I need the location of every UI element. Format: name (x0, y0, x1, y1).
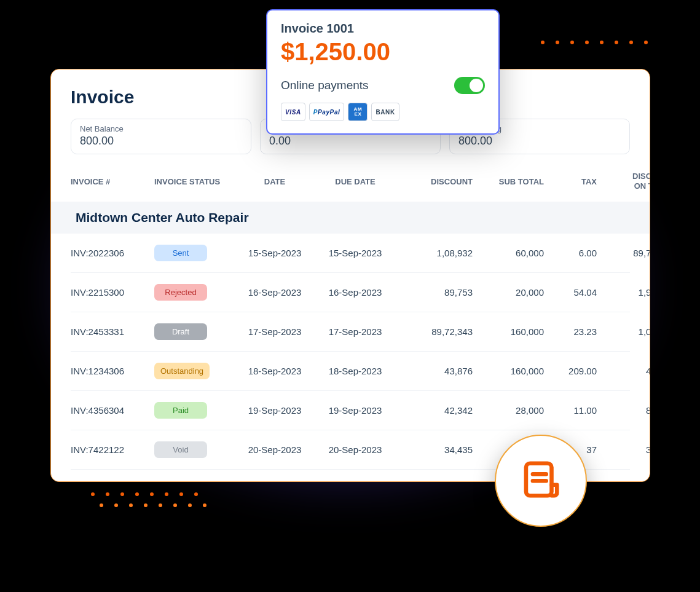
invoice-fab[interactable] (495, 435, 587, 527)
decorative-dots-top (541, 41, 648, 44)
payment-methods: VISA PPayPal AMEX BANK (281, 103, 485, 121)
cell-status: Outstanding (154, 363, 234, 379)
cell-date: 20-Sep-2023 (238, 444, 312, 455)
online-payments-label: Online payments (281, 79, 369, 92)
invoice-table: INVOICE # INVOICE STATUS DATE DUE DATE D… (71, 172, 630, 470)
cell-discount: 43,876 (399, 366, 473, 376)
summary-label: Net Balance (80, 124, 242, 133)
cell-due-date: 18-Sep-2023 (315, 366, 395, 376)
cell-discount: 1,08,932 (399, 248, 473, 258)
cell-due-date: 16-Sep-2023 (315, 287, 395, 298)
cell-invoice-number: INV:2453331 (71, 326, 151, 337)
summary-value: 800.00 (458, 135, 621, 148)
popover-invoice-title: Invoice 1001 (281, 22, 485, 36)
cell-discount: 89,72,343 (399, 326, 473, 337)
cell-tax: 6.00 (548, 248, 597, 258)
cell-sub-total: 20,000 (476, 287, 544, 298)
cell-due-date: 20-Sep-2023 (315, 444, 395, 455)
visa-card-icon: VISA (281, 103, 305, 121)
cell-discount-on-total: 34,435 (600, 444, 650, 455)
invoice-doc-icon (519, 458, 562, 503)
cell-invoice-number: INV:2022306 (71, 248, 151, 258)
status-badge: Outstanding (154, 363, 210, 379)
summary-value: 0.00 (269, 135, 431, 148)
cell-status: Sent (154, 245, 234, 261)
popover-amount: $1,250.00 (281, 38, 485, 66)
cell-tax: 54.04 (548, 287, 597, 298)
amex-card-icon: AMEX (348, 103, 368, 121)
cell-due-date: 15-Sep-2023 (315, 248, 395, 258)
bank-icon: BANK (371, 103, 399, 121)
cell-invoice-number: INV:4356304 (71, 405, 151, 416)
cell-due-date: 17-Sep-2023 (315, 326, 395, 337)
table-row[interactable]: INV:2215300Rejected16-Sep-202316-Sep-202… (71, 273, 630, 312)
status-badge: Rejected (154, 284, 207, 301)
col-discount[interactable]: DISCOUNT (399, 177, 473, 186)
cell-status: Draft (154, 323, 234, 340)
cell-discount-on-total: 1,98,234 (600, 287, 650, 298)
cell-sub-total: 160,000 (476, 326, 544, 337)
col-tax[interactable]: TAX (548, 177, 597, 186)
col-invoice-status[interactable]: INVOICE STATUS (154, 177, 234, 186)
status-badge: Paid (154, 402, 207, 419)
cell-tax: 11.00 (548, 405, 597, 416)
col-sub-total[interactable]: SUB TOTAL (476, 177, 544, 186)
cell-date: 15-Sep-2023 (238, 248, 312, 258)
cell-date: 17-Sep-2023 (238, 326, 312, 337)
status-badge: Void (154, 441, 207, 458)
cell-status: Paid (154, 402, 234, 419)
cell-date: 19-Sep-2023 (238, 405, 312, 416)
col-discount-on-total-line1: DISCOUNT (632, 172, 650, 181)
col-due-date[interactable]: DUE DATE (315, 177, 395, 186)
col-invoice-number[interactable]: INVOICE # (71, 177, 151, 186)
cell-discount-on-total: 1,08,932 (600, 326, 650, 337)
status-badge: Draft (154, 323, 207, 340)
cell-sub-total: 28,000 (476, 405, 544, 416)
cell-invoice-number: INV:7422122 (71, 444, 151, 455)
cell-discount: 89,753 (399, 287, 473, 298)
table-row[interactable]: INV:4356304Paid19-Sep-202319-Sep-202342,… (71, 391, 630, 430)
cell-status: Void (154, 441, 234, 458)
cell-sub-total: 60,000 (476, 248, 544, 258)
cell-due-date: 19-Sep-2023 (315, 405, 395, 416)
paypal-icon: PPayPal (309, 103, 345, 121)
col-discount-on-total[interactable]: DISCOUNT ON TOTAL (600, 172, 650, 192)
cell-status: Rejected (154, 284, 234, 301)
cell-discount: 34,435 (399, 444, 473, 455)
cell-discount: 42,342 (399, 405, 473, 416)
status-badge: Sent (154, 245, 207, 261)
cell-date: 16-Sep-2023 (238, 287, 312, 298)
summary-value: 800.00 (80, 135, 242, 148)
cell-discount-on-total: 89,753 (600, 405, 650, 416)
online-payments-toggle[interactable] (454, 77, 485, 94)
table-row[interactable]: INV:1234306Outstanding18-Sep-202318-Sep-… (71, 352, 630, 391)
table-header-row: INVOICE # INVOICE STATUS DATE DUE DATE D… (71, 172, 630, 202)
cell-tax: 23.23 (548, 326, 597, 337)
cell-invoice-number: INV:1234306 (71, 366, 151, 376)
cell-discount-on-total: 43,876 (600, 366, 650, 376)
col-discount-on-total-line2: ON TOTAL (634, 181, 650, 191)
table-row[interactable]: INV:2022306Sent15-Sep-202315-Sep-20231,0… (71, 234, 630, 273)
cell-invoice-number: INV:2215300 (71, 287, 151, 298)
col-date[interactable]: DATE (238, 177, 312, 186)
cell-tax: 209.00 (548, 366, 597, 376)
cell-date: 18-Sep-2023 (238, 366, 312, 376)
cell-discount-on-total: 89,72,343 (600, 248, 650, 258)
table-row[interactable]: INV:2453331Draft17-Sep-202317-Sep-202389… (71, 312, 630, 352)
summary-net-balance: Net Balance 800.00 (71, 119, 251, 154)
customer-group-header[interactable]: Midtown Center Auto Repair (51, 202, 650, 234)
invoice-popover: Invoice 1001 $1,250.00 Online payments V… (266, 9, 500, 135)
cell-sub-total: 160,000 (476, 366, 544, 376)
